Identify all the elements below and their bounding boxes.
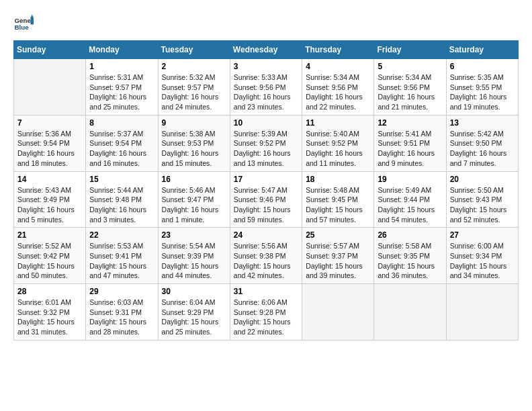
day-number: 24 [234, 230, 298, 240]
calendar-table: SundayMondayTuesdayWednesdayThursdayFrid… [13, 40, 519, 340]
day-number: 1 [89, 62, 154, 71]
day-content: Sunrise: 5:37 AM Sunset: 9:54 PM Dayligh… [89, 129, 154, 169]
day-content: Sunrise: 5:36 AM Sunset: 9:54 PM Dayligh… [17, 129, 82, 169]
calendar-cell [302, 284, 374, 340]
day-content: Sunrise: 5:34 AM Sunset: 9:56 PM Dayligh… [378, 73, 442, 112]
day-content: Sunrise: 5:44 AM Sunset: 9:48 PM Dayligh… [89, 185, 154, 225]
day-content: Sunrise: 5:32 AM Sunset: 9:57 PM Dayligh… [162, 73, 226, 112]
day-content: Sunrise: 5:42 AM Sunset: 9:50 PM Dayligh… [450, 129, 515, 169]
calendar-cell: 25Sunrise: 5:57 AM Sunset: 9:37 PM Dayli… [302, 228, 374, 284]
calendar-cell: 5Sunrise: 5:34 AM Sunset: 9:56 PM Daylig… [374, 59, 446, 116]
day-number: 12 [378, 118, 442, 128]
calendar-cell: 22Sunrise: 5:53 AM Sunset: 9:41 PM Dayli… [86, 228, 158, 284]
day-content: Sunrise: 5:50 AM Sunset: 9:43 PM Dayligh… [450, 185, 515, 225]
day-content: Sunrise: 5:52 AM Sunset: 9:42 PM Dayligh… [17, 241, 82, 281]
day-content: Sunrise: 5:39 AM Sunset: 9:52 PM Dayligh… [234, 129, 298, 169]
day-content: Sunrise: 6:03 AM Sunset: 9:31 PM Dayligh… [89, 298, 154, 337]
weekday-header-tuesday: Tuesday [158, 41, 230, 59]
calendar-cell: 20Sunrise: 5:50 AM Sunset: 9:43 PM Dayli… [446, 171, 518, 228]
day-content: Sunrise: 5:43 AM Sunset: 9:49 PM Dayligh… [17, 185, 82, 225]
calendar-cell: 13Sunrise: 5:42 AM Sunset: 9:50 PM Dayli… [446, 115, 518, 171]
day-number: 3 [234, 62, 298, 71]
calendar-week-row: 7Sunrise: 5:36 AM Sunset: 9:54 PM Daylig… [14, 115, 519, 171]
day-number: 2 [162, 62, 226, 71]
calendar-week-row: 1Sunrise: 5:31 AM Sunset: 9:57 PM Daylig… [14, 59, 519, 116]
calendar-cell [446, 284, 518, 340]
calendar-cell: 29Sunrise: 6:03 AM Sunset: 9:31 PM Dayli… [86, 284, 158, 340]
day-number: 15 [89, 175, 154, 184]
day-number: 29 [89, 287, 154, 296]
day-content: Sunrise: 5:58 AM Sunset: 9:35 PM Dayligh… [378, 241, 442, 281]
day-number: 23 [162, 230, 226, 240]
day-content: Sunrise: 5:31 AM Sunset: 9:57 PM Dayligh… [89, 73, 154, 112]
calendar-cell: 26Sunrise: 5:58 AM Sunset: 9:35 PM Dayli… [374, 228, 446, 284]
day-number: 25 [306, 230, 370, 240]
day-number: 21 [17, 230, 82, 240]
svg-marker-2 [31, 17, 34, 25]
day-content: Sunrise: 5:56 AM Sunset: 9:38 PM Dayligh… [234, 241, 298, 281]
calendar-cell: 10Sunrise: 5:39 AM Sunset: 9:52 PM Dayli… [230, 115, 302, 171]
day-content: Sunrise: 5:53 AM Sunset: 9:41 PM Dayligh… [89, 241, 154, 281]
calendar-cell [14, 59, 86, 116]
day-number: 9 [162, 118, 226, 128]
day-content: Sunrise: 5:40 AM Sunset: 9:52 PM Dayligh… [306, 129, 370, 169]
calendar-cell: 23Sunrise: 5:54 AM Sunset: 9:39 PM Dayli… [158, 228, 230, 284]
day-content: Sunrise: 5:49 AM Sunset: 9:44 PM Dayligh… [378, 185, 442, 225]
day-number: 4 [306, 62, 370, 71]
calendar-cell: 28Sunrise: 6:01 AM Sunset: 9:32 PM Dayli… [14, 284, 86, 340]
calendar-cell: 2Sunrise: 5:32 AM Sunset: 9:57 PM Daylig… [158, 59, 230, 116]
day-number: 22 [89, 230, 154, 240]
day-content: Sunrise: 5:38 AM Sunset: 9:53 PM Dayligh… [162, 129, 226, 169]
calendar-week-row: 28Sunrise: 6:01 AM Sunset: 9:32 PM Dayli… [14, 284, 519, 340]
calendar-cell: 8Sunrise: 5:37 AM Sunset: 9:54 PM Daylig… [86, 115, 158, 171]
day-number: 7 [17, 118, 82, 128]
calendar-cell: 19Sunrise: 5:49 AM Sunset: 9:44 PM Dayli… [374, 171, 446, 228]
day-content: Sunrise: 6:04 AM Sunset: 9:29 PM Dayligh… [162, 298, 226, 337]
calendar-cell: 14Sunrise: 5:43 AM Sunset: 9:49 PM Dayli… [14, 171, 86, 228]
day-content: Sunrise: 5:47 AM Sunset: 9:46 PM Dayligh… [234, 185, 298, 225]
calendar-cell: 30Sunrise: 6:04 AM Sunset: 9:29 PM Dayli… [158, 284, 230, 340]
calendar-cell: 24Sunrise: 5:56 AM Sunset: 9:38 PM Dayli… [230, 228, 302, 284]
svg-text:Blue: Blue [15, 24, 30, 31]
day-content: Sunrise: 6:00 AM Sunset: 9:34 PM Dayligh… [450, 241, 515, 281]
day-number: 14 [17, 175, 82, 184]
day-content: Sunrise: 5:41 AM Sunset: 9:51 PM Dayligh… [378, 129, 442, 169]
weekday-header-wednesday: Wednesday [230, 41, 302, 59]
logo-icon: General Blue [13, 13, 34, 34]
calendar-cell [374, 284, 446, 340]
calendar-cell: 17Sunrise: 5:47 AM Sunset: 9:46 PM Dayli… [230, 171, 302, 228]
weekday-header-friday: Friday [374, 41, 446, 59]
calendar-cell: 4Sunrise: 5:34 AM Sunset: 9:56 PM Daylig… [302, 59, 374, 116]
day-number: 31 [234, 287, 298, 296]
day-number: 11 [306, 118, 370, 128]
day-number: 13 [450, 118, 515, 128]
day-content: Sunrise: 5:54 AM Sunset: 9:39 PM Dayligh… [162, 241, 226, 281]
calendar-cell: 15Sunrise: 5:44 AM Sunset: 9:48 PM Dayli… [86, 171, 158, 228]
calendar-week-row: 21Sunrise: 5:52 AM Sunset: 9:42 PM Dayli… [14, 228, 519, 284]
day-number: 27 [450, 230, 515, 240]
day-content: Sunrise: 5:46 AM Sunset: 9:47 PM Dayligh… [162, 185, 226, 225]
day-number: 18 [306, 175, 370, 184]
header: General Blue [13, 13, 519, 34]
day-content: Sunrise: 5:34 AM Sunset: 9:56 PM Dayligh… [306, 73, 370, 112]
calendar-cell: 6Sunrise: 5:35 AM Sunset: 9:55 PM Daylig… [446, 59, 518, 116]
weekday-header-row: SundayMondayTuesdayWednesdayThursdayFrid… [14, 41, 519, 59]
day-number: 26 [378, 230, 442, 240]
day-number: 16 [162, 175, 226, 184]
weekday-header-saturday: Saturday [446, 41, 518, 59]
day-number: 5 [378, 62, 442, 71]
day-number: 19 [378, 175, 442, 184]
calendar-cell: 1Sunrise: 5:31 AM Sunset: 9:57 PM Daylig… [86, 59, 158, 116]
weekday-header-sunday: Sunday [14, 41, 86, 59]
calendar-cell: 31Sunrise: 6:06 AM Sunset: 9:28 PM Dayli… [230, 284, 302, 340]
day-number: 28 [17, 287, 82, 296]
day-content: Sunrise: 5:57 AM Sunset: 9:37 PM Dayligh… [306, 241, 370, 281]
day-number: 17 [234, 175, 298, 184]
calendar-cell: 27Sunrise: 6:00 AM Sunset: 9:34 PM Dayli… [446, 228, 518, 284]
calendar-week-row: 14Sunrise: 5:43 AM Sunset: 9:49 PM Dayli… [14, 171, 519, 228]
calendar-cell: 9Sunrise: 5:38 AM Sunset: 9:53 PM Daylig… [158, 115, 230, 171]
svg-marker-3 [31, 15, 34, 18]
day-content: Sunrise: 6:06 AM Sunset: 9:28 PM Dayligh… [234, 298, 298, 337]
calendar-cell: 18Sunrise: 5:48 AM Sunset: 9:45 PM Dayli… [302, 171, 374, 228]
day-number: 8 [89, 118, 154, 128]
